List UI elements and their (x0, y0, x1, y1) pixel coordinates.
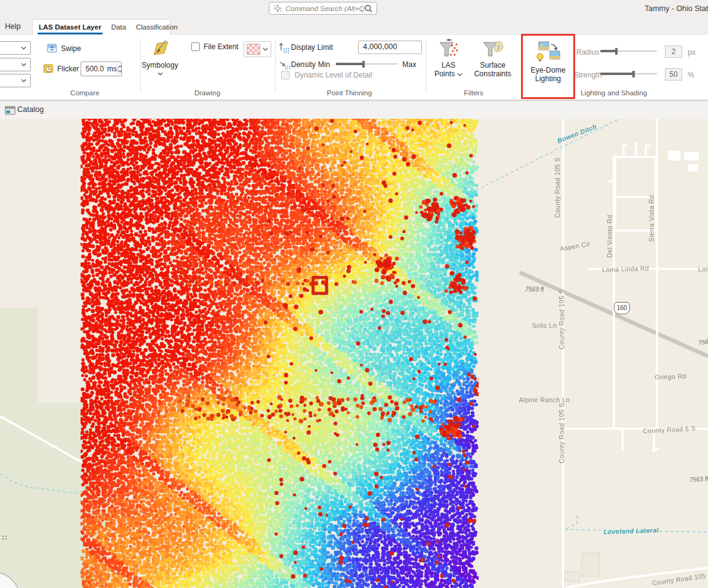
flicker-interval-unit: ms (107, 65, 117, 73)
surface-constraints-button[interactable]: Surface Constraints (469, 38, 517, 78)
symbology-label: Symbology (141, 61, 178, 70)
contextual-tab-group: LAS Dataset Layer Data Classification (32, 19, 171, 35)
density-icon (278, 58, 290, 71)
map-view[interactable]: 160 Bowen DitchCounty Road 105 SDel Vien… (0, 119, 708, 588)
command-search[interactable]: Command Search (Alt+Q) (269, 2, 377, 15)
display-limit-value: 4,000,000 (363, 42, 397, 51)
density-slider[interactable] (336, 60, 397, 68)
swipe-button[interactable]: Swipe (47, 43, 81, 54)
checkbox-icon (281, 71, 290, 79)
flicker-interval-input[interactable]: 500.0 ms (81, 62, 122, 76)
group-separator (275, 39, 276, 93)
strength-unit: % (688, 71, 694, 79)
layer-combo-3[interactable] (0, 74, 31, 87)
tab-help[interactable]: Help (5, 22, 21, 31)
search-icon[interactable] (364, 4, 373, 13)
chevron-down-icon (157, 72, 163, 76)
flicker-label: Flicker (57, 65, 79, 73)
group-separator (140, 39, 141, 93)
swipe-icon (47, 43, 57, 54)
density-max-label: Max (402, 60, 416, 69)
highway-160-shield: 160 (614, 302, 630, 314)
lidar-point-cloud[interactable] (81, 119, 479, 588)
layer-combo-1[interactable] (0, 41, 31, 55)
surface-constraints-label-2: Constraints (474, 70, 512, 78)
flicker-icon (43, 63, 54, 74)
symbology-icon (150, 39, 170, 58)
symbology-button[interactable]: Symbology (141, 39, 178, 76)
strength-slider[interactable] (600, 70, 657, 77)
window-titlebar: Command Search (Alt+Q) Tammy - Ohio Stat… (0, 0, 708, 18)
map-navigator-ring (0, 572, 20, 588)
group-title-drawing: Drawing (152, 89, 263, 97)
ribbon-tab-row: Help LAS Dataset Layer Data Classificati… (0, 18, 708, 35)
strength-value-input[interactable]: 50 (665, 68, 682, 81)
layer-combo-2[interactable] (0, 58, 31, 71)
dynamic-lod-checkbox[interactable]: Dynamic Level of Detail (281, 71, 372, 79)
flicker-button[interactable]: Flicker (43, 63, 79, 74)
flicker-interval-value: 500.0 (81, 65, 104, 73)
las-points-label-2: Points (434, 70, 463, 78)
view-tab-bar: Catalog (0, 100, 708, 119)
arcgis-pro-window: Command Search (Alt+Q) Tammy - Ohio Stat… (0, 0, 708, 588)
group-title-point-thinning: Point Thinning (294, 89, 405, 97)
chevron-down-icon (21, 46, 26, 50)
file-extent-checkbox[interactable]: File Extent (191, 42, 239, 51)
group-title-compare: Compare (30, 89, 140, 97)
dynamic-lod-label: Dynamic Level of Detail (295, 71, 372, 79)
highlight-annotation-box (521, 34, 575, 99)
chevron-down-icon (457, 73, 463, 76)
chevron-down-icon (263, 47, 268, 51)
surface-constraints-label-1: Surface (480, 61, 505, 70)
display-limit-icon (278, 41, 290, 54)
extent-color-swatch (247, 44, 260, 55)
file-extent-label: File Extent (204, 42, 239, 51)
checkbox-icon[interactable] (191, 42, 200, 51)
ribbon: Swipe Flicker 500.0 ms Compare (0, 35, 708, 100)
chevron-down-icon (21, 79, 26, 82)
group-separator (426, 39, 426, 93)
extent-color-picker[interactable] (244, 41, 271, 57)
tab-las-dataset-layer[interactable]: LAS Dataset Layer (38, 20, 103, 34)
catalog-view-tab[interactable]: Catalog (17, 105, 44, 114)
las-points-filter-icon (438, 38, 459, 59)
las-points-button[interactable]: LAS Points (429, 38, 467, 78)
spin-up-icon[interactable] (117, 65, 122, 68)
density-min-label: Min (318, 60, 330, 69)
strength-label: Strength (574, 71, 602, 79)
tab-classification[interactable]: Classification (135, 20, 179, 34)
radius-label: Radius (576, 48, 599, 57)
spin-down-icon[interactable] (117, 70, 122, 73)
building-footprints (565, 151, 699, 581)
signed-in-user[interactable]: Tammy - Ohio State (645, 4, 708, 13)
radius-value-input[interactable]: 2 (665, 46, 682, 58)
display-limit-input[interactable]: 4,000,000 (358, 41, 422, 54)
chevron-down-icon (21, 63, 26, 66)
command-search-placeholder: Command Search (Alt+Q) (285, 5, 364, 12)
radius-unit: px (688, 48, 696, 57)
density-label: Density (291, 60, 316, 69)
catalog-icon (5, 106, 15, 115)
radius-slider[interactable] (600, 47, 657, 55)
surface-constraints-icon (482, 38, 503, 59)
tab-data[interactable]: Data (110, 20, 127, 34)
las-points-label-1: LAS (442, 61, 456, 70)
group-title-lighting-shading: Lighting and Shading (559, 89, 669, 97)
flicker-spinner[interactable] (117, 62, 122, 76)
sparkle-icon (273, 4, 282, 13)
display-limit-label: Display Limit (291, 43, 333, 52)
group-title-filters: Filters (418, 89, 529, 97)
swipe-label: Swipe (61, 44, 81, 53)
